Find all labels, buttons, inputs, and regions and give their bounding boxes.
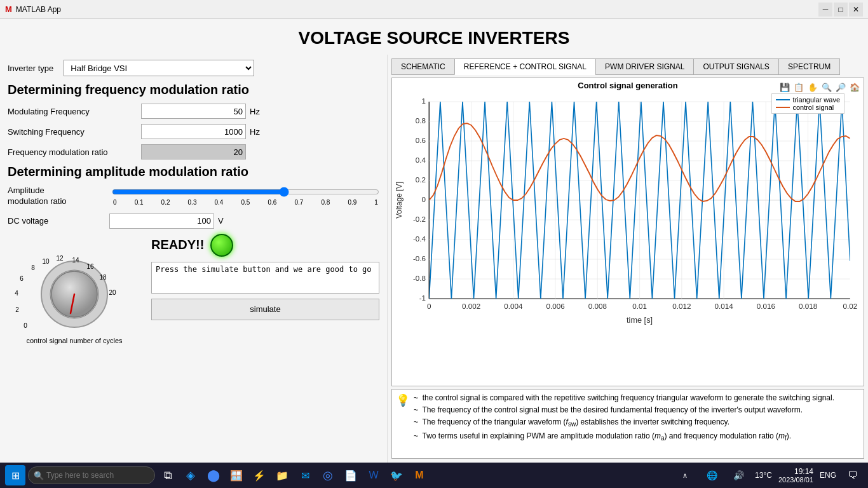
taskbar-app1[interactable]: ⚡ (249, 465, 269, 485)
freq-mod-ratio-input: 20 (141, 144, 246, 159)
chart-legend: triangular wave control signal (771, 93, 844, 114)
legend-triangular: triangular wave (776, 96, 840, 104)
date-display: 2023/08/01 (778, 476, 813, 484)
chart-tool-4[interactable]: 🔍 (820, 81, 833, 93)
amp-section-title: Determining amplitude modulation ratio (8, 165, 379, 179)
taskbar-chrome[interactable]: ◎ (318, 465, 338, 485)
svg-text:0: 0 (24, 322, 27, 329)
svg-text:0.01: 0.01 (632, 302, 647, 310)
taskbar-pdf[interactable]: 📄 (341, 465, 361, 485)
svg-text:6: 6 (20, 275, 24, 282)
svg-text:0.4: 0.4 (416, 156, 426, 164)
desc-line-2: ~ The frequency of the control signal mu… (414, 405, 803, 414)
legend-triangular-line (776, 99, 790, 100)
legend-control-label: control signal (792, 104, 834, 111)
amp-mod-slider[interactable] (112, 187, 379, 197)
taskbar-word[interactable]: W (363, 465, 384, 485)
slider-ticks: 0 0.1 0.2 0.3 0.4 0.5 0.6 0.7 0.8 0.9 1 (112, 199, 379, 206)
tab-output-signals[interactable]: OUTPUT SIGNALS (693, 58, 778, 75)
tab-spectrum[interactable]: SPECTRUM (778, 58, 840, 75)
taskbar-task-view[interactable]: ⧉ (158, 465, 178, 485)
titlebar-controls: ─ □ ✕ (818, 3, 863, 17)
svg-text:-0.2: -0.2 (413, 215, 426, 223)
switching-freq-row: Switching Frequency 1000 Hz (8, 124, 379, 139)
svg-text:10: 10 (42, 258, 50, 265)
svg-text:-0.6: -0.6 (413, 255, 426, 262)
taskbar-edge[interactable]: ◈ (180, 465, 201, 485)
inverter-type-select[interactable]: Half Bridge VSI Full Bridge VSI Three Ph… (64, 60, 254, 76)
taskbar-app2[interactable]: 🐦 (386, 465, 407, 485)
knob-svg: 0 2 4 6 8 10 12 14 16 18 20 (8, 234, 141, 332)
chart-tool-5[interactable]: 🔎 (834, 81, 847, 93)
svg-text:-0.4: -0.4 (413, 235, 426, 243)
svg-text:0.6: 0.6 (416, 137, 426, 144)
volume-icon[interactable]: 🔊 (728, 465, 749, 485)
tab-schematic[interactable]: SCHEMATIC (391, 58, 454, 75)
svg-text:0: 0 (422, 196, 426, 203)
notification-icon[interactable]: 🗨 (843, 465, 863, 485)
app-container: VOLTAGE SOURCE INVERTERS Inverter type H… (0, 19, 868, 463)
matlab-icon: M (5, 4, 12, 14)
svg-text:0: 0 (427, 302, 431, 310)
chart-tool-1[interactable]: 💾 (778, 81, 791, 93)
svg-text:16: 16 (86, 263, 94, 270)
minimize-button[interactable]: ─ (818, 3, 832, 17)
legend-triangular-label: triangular wave (792, 96, 840, 104)
tabs-row: SCHEMATIC REFERENCE + CONTROL SIGNAL PWM… (391, 58, 864, 75)
modulating-freq-label: Modulating Frequency (8, 107, 141, 116)
taskbar-files[interactable]: 📁 (272, 465, 292, 485)
svg-text:14: 14 (72, 257, 79, 264)
simulate-button[interactable]: simulate (151, 299, 379, 320)
dc-voltage-label: DC voltage (8, 216, 109, 226)
start-button[interactable]: ⊞ (5, 465, 25, 485)
switching-freq-input[interactable]: 1000 (141, 124, 246, 139)
amp-slider-section: Amplitudemodulation ratio 0 0.1 0.2 0.3 … (8, 186, 379, 207)
svg-text:0.002: 0.002 (462, 302, 480, 310)
taskbar-mail[interactable]: ✉ (295, 465, 315, 485)
svg-text:20: 20 (109, 289, 116, 296)
ready-row: READY!! (151, 234, 379, 257)
ready-area: READY!! Press the simulate button and we… (151, 234, 379, 344)
network-icon[interactable]: 🌐 (702, 465, 722, 485)
knob-area: 0 2 4 6 8 10 12 14 16 18 20 (8, 234, 141, 344)
svg-text:0.8: 0.8 (416, 117, 426, 125)
close-button[interactable]: ✕ (849, 3, 863, 17)
svg-text:0.018: 0.018 (799, 302, 817, 310)
knob-label: control signal number of cycles (8, 337, 141, 344)
titlebar: M MATLAB App ─ □ ✕ (0, 0, 868, 19)
description-icon: 💡 (396, 393, 410, 456)
ready-text: READY!! (151, 238, 204, 252)
switching-freq-label: Switching Frequency (8, 127, 141, 137)
taskbar-store[interactable]: 🪟 (226, 465, 247, 485)
svg-text:0.004: 0.004 (504, 302, 522, 310)
svg-text:0.006: 0.006 (546, 302, 564, 310)
left-panel: Inverter type Half Bridge VSI Full Bridg… (0, 55, 388, 463)
maximize-button[interactable]: □ (834, 3, 848, 17)
description-text: ~ the control signal is compared with th… (414, 392, 834, 456)
svg-text:0.012: 0.012 (672, 302, 691, 310)
dc-voltage-input[interactable]: 100 (109, 214, 214, 229)
switching-freq-unit: Hz (250, 127, 260, 137)
svg-text:0.008: 0.008 (588, 302, 607, 310)
search-icon: 🔍 (34, 471, 44, 480)
chart-tool-2[interactable]: 📋 (792, 81, 805, 93)
taskbar-browser[interactable]: ⬤ (203, 465, 224, 485)
search-input[interactable] (46, 471, 142, 480)
taskbar-matlab[interactable]: M (409, 465, 430, 485)
taskbar-right: ∧ 🌐 🔊 13°C 19:14 2023/08/01 ENG 🗨 (675, 465, 863, 485)
chart-toolbar: 💾 📋 ✋ 🔍 🔎 🏠 (778, 81, 861, 93)
time-display: 19:14 (778, 467, 813, 476)
svg-text:Voltage [V]: Voltage [V] (395, 182, 403, 219)
chart-svg: 1 0.8 0.6 0.4 0.2 0 -0.2 -0.4 -0.6 -0.8 … (392, 95, 864, 330)
svg-text:0.016: 0.016 (757, 302, 775, 310)
chart-tool-6[interactable]: 🏠 (848, 81, 861, 93)
chart-tool-3[interactable]: ✋ (806, 81, 819, 93)
modulating-freq-input[interactable]: 50 (141, 104, 246, 119)
tab-pwm-driver[interactable]: PWM DRIVER SIGNAL (595, 58, 693, 75)
taskbar: ⊞ 🔍 ⧉ ◈ ⬤ 🪟 ⚡ 📁 ✉ ◎ 📄 W 🐦 M ∧ 🌐 🔊 13°C 1… (0, 463, 868, 488)
bottom-area: 0 2 4 6 8 10 12 14 16 18 20 (8, 234, 379, 344)
message-box: Press the simulate button and we are goo… (151, 262, 379, 294)
taskbar-system-tray[interactable]: ∧ (675, 465, 695, 485)
tab-reference-control[interactable]: REFERENCE + CONTROL SIGNAL (454, 58, 595, 75)
svg-text:18: 18 (99, 274, 107, 281)
